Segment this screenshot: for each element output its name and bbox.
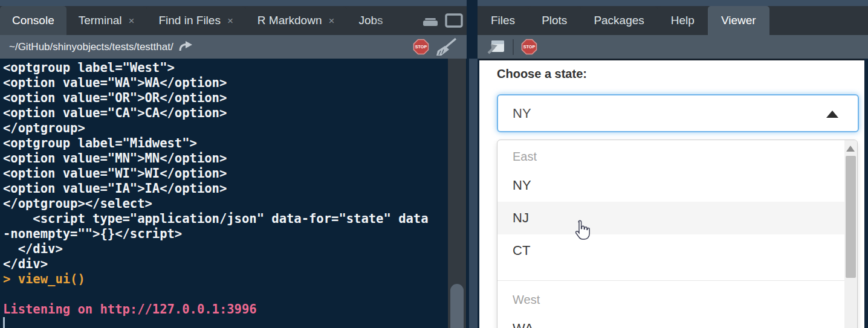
tab-label: Find in Files <box>158 14 220 27</box>
chevron-up-icon <box>826 111 838 118</box>
toolbar-separator <box>513 39 514 55</box>
tab-packages[interactable]: Packages <box>580 6 657 35</box>
option-group-label: West <box>497 281 857 312</box>
tab-close-icon[interactable]: × <box>328 16 334 26</box>
tab-label: Plots <box>542 14 567 27</box>
pane-splitter[interactable] <box>469 59 478 328</box>
console-pane-tabbar: ConsoleTerminal×Find in Files×R Markdown… <box>0 6 467 35</box>
console-text-caret <box>3 317 5 328</box>
dropdown-scrollbar-thumb[interactable] <box>846 156 856 278</box>
tab-label: Help <box>671 14 695 27</box>
option-ny[interactable]: NY <box>497 169 857 202</box>
dropdown-groups: EastNYNJCTWestWA <box>497 140 857 328</box>
state-select-box[interactable]: NY <box>497 94 859 132</box>
console-line-output: <option value="WI">WI</option> <box>3 166 445 181</box>
console-line-command: > view_ui() <box>3 272 445 287</box>
console-line-output: <option value="WA">WA</option> <box>3 76 445 91</box>
viewer-pane: FilesPlotsPackagesHelpViewer STOP Choose… <box>478 0 868 328</box>
console-line-output <box>3 287 445 302</box>
tab-label: Viewer <box>721 14 756 27</box>
console-line-output: </div> <box>3 242 445 257</box>
tab-viewer[interactable]: Viewer <box>708 6 769 35</box>
console-output-text: <optgroup label="West"><option value="WA… <box>0 59 445 317</box>
console-line-output: </optgroup> <box>3 121 445 136</box>
tab-console[interactable]: Console <box>0 6 66 35</box>
console-line-output: <optgroup label="West"> <box>3 60 445 76</box>
clear-console-broom-icon[interactable] <box>434 37 458 57</box>
option-group-label: East <box>497 140 857 169</box>
maximize-pane-icon[interactable] <box>445 13 463 28</box>
goto-directory-arrow-icon[interactable] <box>178 40 194 54</box>
console-output-area[interactable]: <optgroup label="West"><option value="WA… <box>0 59 467 328</box>
scroll-up-arrow-icon[interactable] <box>846 146 855 152</box>
console-line-output: -nonempty="">{}</script> <box>3 227 445 242</box>
tab-close-icon[interactable]: × <box>227 16 233 26</box>
tab-close-icon[interactable]: × <box>129 16 135 26</box>
tab-label: R Markdown <box>257 14 322 27</box>
tab-label: Console <box>12 14 54 27</box>
tab-plots[interactable]: Plots <box>528 6 580 35</box>
tab-label: Files <box>491 14 515 27</box>
mouse-hand-cursor <box>573 220 590 243</box>
console-line-output: <option value="IA">IA</option> <box>3 181 445 196</box>
console-line-output: <option value="MN">MN</option> <box>3 151 445 166</box>
tab-terminal[interactable]: Terminal× <box>66 6 147 35</box>
open-in-new-window-icon[interactable] <box>485 39 505 56</box>
svg-text:STOP: STOP <box>523 45 536 50</box>
select-input-label: Choose a state: <box>497 67 587 81</box>
tab-label: Packages <box>594 14 644 27</box>
console-line-output: <option value="CA">CA</option> <box>3 106 445 121</box>
console-line-message: Listening on http://127.0.0.1:3996 <box>3 302 445 317</box>
state-dropdown-menu: EastNYNJCTWestWA <box>497 140 858 328</box>
minimize-pane-icon[interactable] <box>422 14 439 27</box>
console-line-output: </optgroup></select> <box>3 196 445 211</box>
console-line-output: <option value="OR">OR</option> <box>3 91 445 106</box>
option-ct[interactable]: CT <box>497 234 857 267</box>
tab-jobs[interactable]: Jobs <box>346 6 415 35</box>
tab-files[interactable]: Files <box>478 6 528 35</box>
console-scrollbar-track[interactable] <box>448 59 466 328</box>
option-group-east: EastNYNJCT <box>497 140 857 267</box>
tab-find-in-files[interactable]: Find in Files× <box>146 6 245 35</box>
dropdown-scrollbar-track[interactable] <box>844 140 857 328</box>
tab-label: Terminal <box>79 14 122 27</box>
option-wa[interactable]: WA <box>497 312 857 328</box>
console-pane: ConsoleTerminal×Find in Files×R Markdown… <box>0 0 467 328</box>
console-scrollbar-thumb[interactable] <box>450 284 464 328</box>
interrupt-r-stop-icon[interactable]: STOP <box>413 39 429 55</box>
viewer-toolbar: STOP <box>478 35 868 59</box>
console-line-output: <optgroup label="Midwest"> <box>3 136 445 151</box>
console-line-output: </div> <box>3 257 445 272</box>
option-group-west: WestWA <box>497 280 857 328</box>
svg-text:STOP: STOP <box>415 45 427 50</box>
viewer-content: Choose a state: NY EastNYNJCTWestWA <box>479 59 864 328</box>
option-nj[interactable]: NJ <box>497 202 857 234</box>
tab-r-markdown[interactable]: R Markdown× <box>245 6 347 35</box>
viewer-pane-tabbar: FilesPlotsPackagesHelpViewer <box>478 6 868 35</box>
console-line-output: <script type="application/json" data-for… <box>3 211 445 227</box>
tab-help[interactable]: Help <box>658 6 708 35</box>
pane-window-controls <box>422 6 463 35</box>
stop-app-icon[interactable]: STOP <box>521 39 537 55</box>
state-select-value: NY <box>513 106 531 121</box>
tab-fade-overlay <box>372 6 416 35</box>
pane-top-strip <box>478 0 868 6</box>
working-directory-path: ~/GitHub/shinyobjects/tests/testthat/ <box>9 41 173 53</box>
console-toolbar: ~/GitHub/shinyobjects/tests/testthat/ ST… <box>0 35 467 59</box>
pane-top-strip <box>0 0 467 6</box>
